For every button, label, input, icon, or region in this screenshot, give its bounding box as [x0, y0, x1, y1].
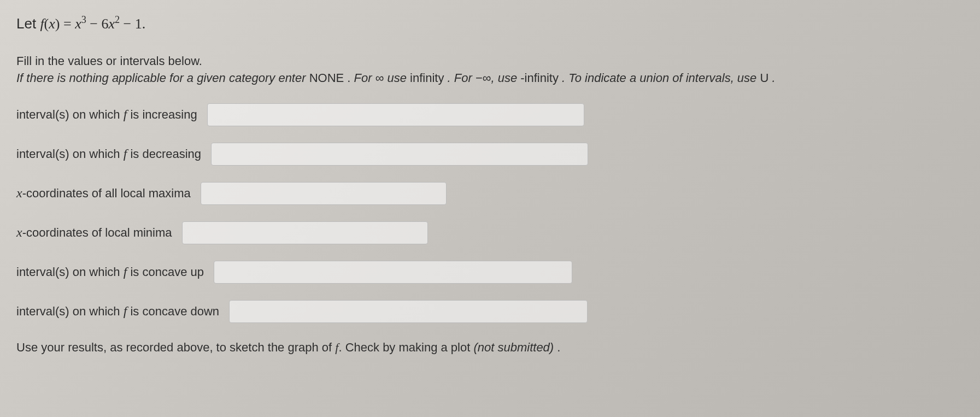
- instr-end: .: [768, 71, 775, 85]
- instr-union-sym: U: [760, 71, 768, 85]
- q6-post: is concave down: [127, 304, 219, 318]
- final-instruction: Use your results, as recorded above, to …: [16, 339, 964, 356]
- instr-neginf-sym: −∞: [476, 71, 491, 85]
- label-concave-up: interval(s) on which f is concave up: [16, 263, 204, 281]
- label-local-minima: x-coordinates of local minima: [16, 224, 172, 242]
- instr-for2: . For: [444, 71, 475, 85]
- q3-x: x: [16, 186, 22, 200]
- q5-pre: interval(s) on which: [16, 265, 124, 279]
- instr-italic1: If there is nothing applicable for a giv…: [16, 71, 306, 85]
- math-f: f: [40, 16, 44, 32]
- final-italic: (not submitted): [473, 340, 554, 354]
- question-local-minima: x-coordinates of local minima: [16, 221, 964, 244]
- final-part2: . Check by making a plot: [338, 340, 473, 354]
- math-exp3: 3: [81, 14, 86, 25]
- q5-post: is concave up: [127, 265, 204, 279]
- input-concave-up[interactable]: [214, 261, 572, 284]
- math-paren: (: [44, 16, 49, 32]
- input-concave-down[interactable]: [229, 300, 588, 323]
- label-local-maxima: x-coordinates of all local maxima: [16, 184, 191, 203]
- label-increasing: interval(s) on which f is increasing: [16, 105, 197, 124]
- question-increasing: interval(s) on which f is increasing: [16, 103, 964, 126]
- problem-prefix: Let: [16, 15, 40, 32]
- question-concave-up: interval(s) on which f is concave up: [16, 261, 964, 284]
- question-local-maxima: x-coordinates of all local maxima: [16, 182, 964, 205]
- math-x2: x: [108, 16, 115, 32]
- input-increasing[interactable]: [207, 103, 584, 126]
- final-part3: .: [554, 340, 560, 354]
- math-end: − 1.: [120, 16, 145, 32]
- instr-use2: , use: [491, 71, 520, 85]
- instr-union: . To indicate a union of intervals, use: [559, 71, 760, 85]
- q2-post: is decreasing: [127, 147, 201, 161]
- label-concave-down: interval(s) on which f is concave down: [16, 302, 219, 321]
- instructions: Fill in the values or intervals below. I…: [16, 53, 964, 87]
- instr-inf-word: infinity: [410, 71, 444, 85]
- q4-x: x: [16, 225, 22, 239]
- input-local-maxima[interactable]: [201, 182, 447, 205]
- instructions-line2: If there is nothing applicable for a giv…: [16, 70, 964, 87]
- input-decreasing[interactable]: [211, 143, 588, 166]
- q1-pre: interval(s) on which: [16, 108, 124, 121]
- q3-post: -coordinates of all local maxima: [22, 186, 191, 200]
- instr-inf-sym: ∞: [375, 71, 384, 85]
- final-part1: Use your results, as recorded above, to …: [16, 340, 335, 354]
- math-x3: x: [75, 16, 81, 32]
- q1-post: is increasing: [127, 108, 197, 121]
- instr-none: NONE .: [306, 71, 354, 85]
- math-x: x: [49, 16, 55, 32]
- math-exp2: 2: [115, 14, 120, 25]
- q2-pre: interval(s) on which: [16, 147, 124, 161]
- label-decreasing: interval(s) on which f is decreasing: [16, 145, 201, 163]
- question-concave-down: interval(s) on which f is concave down: [16, 300, 964, 323]
- math-paren-close: ) =: [55, 16, 75, 32]
- q6-pre: interval(s) on which: [16, 304, 124, 318]
- question-decreasing: interval(s) on which f is decreasing: [16, 143, 964, 166]
- instr-for1: For: [354, 71, 375, 85]
- problem-statement: Let f(x) = x3 − 6x2 − 1.: [16, 14, 964, 34]
- math-minus: − 6: [86, 16, 109, 32]
- instr-neginf-word: -infinity: [520, 71, 559, 85]
- instructions-line1: Fill in the values or intervals below.: [16, 53, 964, 70]
- q4-post: -coordinates of local minima: [22, 226, 172, 239]
- instr-use1: use: [384, 71, 410, 85]
- input-local-minima[interactable]: [182, 221, 428, 244]
